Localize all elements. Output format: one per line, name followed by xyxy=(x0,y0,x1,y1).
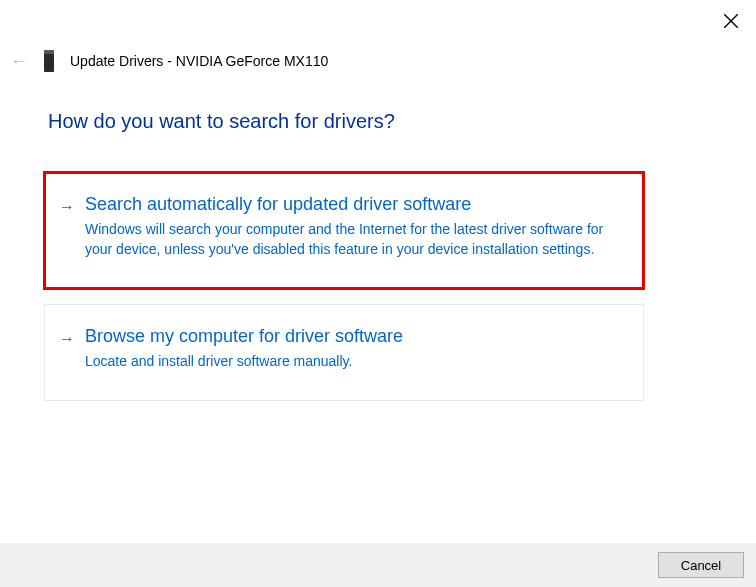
option-browse-computer[interactable]: → Browse my computer for driver software… xyxy=(44,304,644,401)
close-button[interactable] xyxy=(722,12,740,30)
header-row: ← Update Drivers - NVIDIA GeForce MX110 xyxy=(10,50,328,72)
page-heading: How do you want to search for drivers? xyxy=(48,110,395,133)
options-list: → Search automatically for updated drive… xyxy=(44,172,644,401)
option-description: Locate and install driver software manua… xyxy=(85,352,625,372)
option-text: Search automatically for updated driver … xyxy=(85,193,625,260)
window-title: Update Drivers - NVIDIA GeForce MX110 xyxy=(70,53,328,69)
option-text: Browse my computer for driver software L… xyxy=(85,325,625,372)
option-title: Search automatically for updated driver … xyxy=(85,193,625,216)
close-icon xyxy=(722,12,740,30)
option-description: Windows will search your computer and th… xyxy=(85,220,625,259)
footer-bar: Cancel xyxy=(0,543,756,587)
option-search-automatically[interactable]: → Search automatically for updated drive… xyxy=(44,172,644,289)
cancel-button[interactable]: Cancel xyxy=(658,552,744,578)
arrow-right-icon: → xyxy=(59,328,75,372)
device-icon xyxy=(44,50,54,72)
back-arrow-icon[interactable]: ← xyxy=(10,51,28,72)
option-title: Browse my computer for driver software xyxy=(85,325,625,348)
arrow-right-icon: → xyxy=(59,196,75,260)
